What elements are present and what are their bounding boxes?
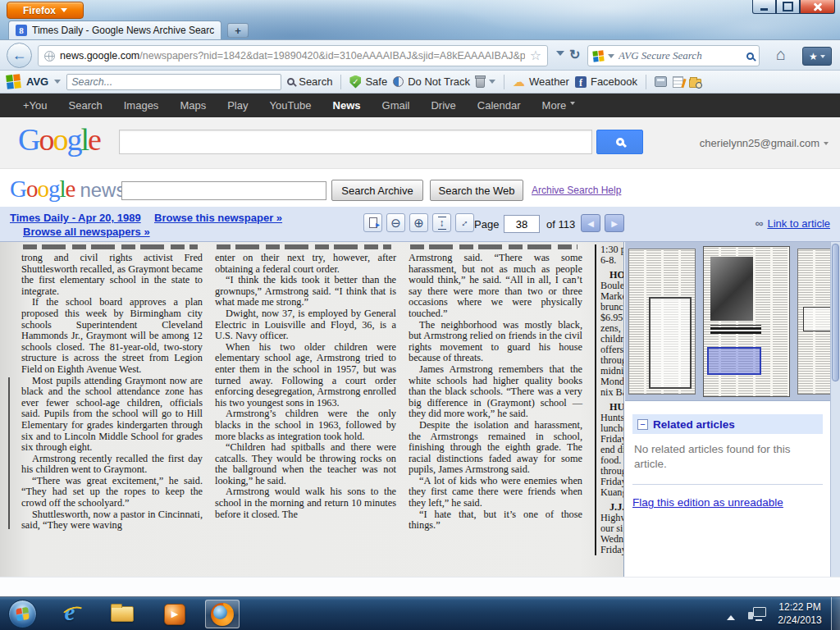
google-nav-item[interactable]: Gmail: [382, 99, 410, 112]
avg-facebook-button[interactable]: f Facebook: [575, 75, 637, 88]
star-icon: ★: [809, 51, 818, 62]
firefox-menu-button[interactable]: Firefox: [7, 2, 84, 19]
sidebar-scrollbar[interactable]: [830, 242, 840, 577]
avg-secure-search-box[interactable]: [587, 45, 760, 66]
article-paragraph: Armstrong would walk his sons to the sch…: [215, 486, 396, 520]
zoom-out-icon[interactable]: ⊖: [386, 213, 405, 232]
back-button[interactable]: ←: [7, 43, 32, 68]
bookmark-star-icon[interactable]: ☆: [530, 49, 541, 62]
page-number-input[interactable]: [504, 215, 540, 233]
avg-toolbar-search-input[interactable]: [66, 74, 281, 90]
google-logo-letter: o: [37, 176, 48, 202]
chevron-down-icon[interactable]: [54, 80, 61, 87]
search-web-button[interactable]: Search the Web: [430, 180, 523, 201]
archive-search-help-link[interactable]: Archive Search Help: [532, 185, 621, 196]
avg-search-button[interactable]: Search: [287, 75, 332, 88]
article-columns: trong and civil rights activist Fred Shu…: [21, 244, 623, 555]
viewer-icons: ▸ ⊖ ⊕ ↕ ↕: [363, 213, 474, 232]
next-page-button[interactable]: ▶: [605, 214, 624, 232]
article-paragraph: Most pupils attending Graymont now are b…: [21, 376, 203, 454]
taskbar-firefox-icon-active[interactable]: [205, 600, 240, 628]
google-search-input[interactable]: [119, 130, 592, 154]
google-nav-item[interactable]: Maps: [180, 99, 206, 112]
browse-all-newspapers-link[interactable]: Browse all newspapers »: [23, 226, 150, 238]
weather-cloud-icon: ☁: [513, 75, 525, 88]
collapse-icon[interactable]: −: [637, 419, 648, 430]
avg-weather-button[interactable]: ☁ Weather: [513, 75, 569, 88]
navigation-toolbar: ← news.google.com/newspapers?nid=1842&da…: [0, 39, 840, 71]
page-thumbnail-left[interactable]: [628, 249, 696, 395]
flag-edition-link[interactable]: Flag this edition as unreadable: [632, 496, 783, 509]
avg-dnt-label: Do Not Track: [408, 75, 470, 88]
search-icon[interactable]: [746, 52, 754, 60]
export-page-icon[interactable]: ▸: [363, 213, 382, 232]
taskbar-clock[interactable]: 12:22 PM 2/24/2013: [769, 600, 830, 627]
url-bar[interactable]: news.google.com/newspapers?nid=1842&dat=…: [38, 45, 548, 66]
page-thumbnail-right[interactable]: [797, 249, 833, 395]
search-archive-button[interactable]: Search Archive: [331, 180, 423, 201]
google-logo-letter: o: [52, 122, 66, 157]
restore-button[interactable]: [776, 0, 800, 14]
fit-height-icon[interactable]: ↕: [432, 213, 451, 232]
google-nav-item[interactable]: +You: [23, 99, 48, 112]
network-tray-icon[interactable]: [748, 607, 766, 621]
show-desktop-button[interactable]: [831, 597, 840, 630]
avg-trash-button[interactable]: [476, 75, 495, 88]
chevron-down-icon[interactable]: [608, 54, 614, 62]
article-paragraph: enter on their next try, however, after …: [215, 253, 396, 275]
taskbar-explorer-folder-icon[interactable]: [105, 600, 139, 628]
google-nav-item[interactable]: Drive: [431, 99, 455, 112]
scan-edge-line: [8, 377, 10, 529]
google-nav-item[interactable]: More: [542, 99, 576, 112]
google-nav-item[interactable]: Images: [124, 99, 159, 112]
avg-logo-icon[interactable]: [6, 74, 21, 89]
browse-this-newspaper-link[interactable]: Browse this newspaper »: [154, 212, 282, 224]
google-nav-item[interactable]: Play: [227, 99, 248, 112]
archive-search-input[interactable]: [121, 181, 326, 200]
home-icon[interactable]: ⌂: [776, 46, 786, 62]
related-articles-panel: − Related articles No related articles f…: [632, 414, 823, 509]
google-nav-item[interactable]: YouTube: [269, 99, 311, 112]
urlbar-dropdown-icon[interactable]: [556, 51, 564, 60]
shield-icon: ✓: [349, 75, 361, 89]
google-nav-item[interactable]: Calendar: [477, 99, 521, 112]
browser-tab[interactable]: 8 Times Daily - Google News Archive Sear…: [8, 21, 221, 39]
folder-search-icon[interactable]: [689, 79, 701, 88]
fit-screen-icon[interactable]: ↕: [455, 213, 474, 232]
google-logo-letter: e: [88, 122, 100, 157]
taskbar-media-player-icon[interactable]: ▶: [158, 600, 192, 628]
avg-safe-button[interactable]: ✓ Safe: [349, 75, 387, 89]
page-thumbnail-current[interactable]: [703, 246, 790, 397]
cropped-text-line: [23, 244, 198, 249]
scrollbar-thumb[interactable]: [832, 244, 839, 381]
calculator-icon[interactable]: [655, 76, 667, 87]
facebook-icon: f: [575, 76, 587, 88]
google-nav-item[interactable]: News: [333, 99, 361, 112]
viewer-toolbar: Times Daily - Apr 20, 1989 Browse this n…: [0, 207, 840, 242]
google-logo-letter: o: [39, 122, 52, 157]
newspaper-scan[interactable]: trong and civil rights activist Fred Shu…: [0, 242, 623, 577]
article-column-4-clipped: 1:30 p.m., a6-8.HOLIDAYBoulevard,Market …: [595, 244, 623, 555]
avg-search-input[interactable]: [619, 49, 742, 62]
account-email[interactable]: cherielynn25@gmail.com: [700, 137, 829, 149]
reload-icon[interactable]: ↻: [569, 47, 580, 62]
taskbar-internet-explorer-icon[interactable]: e: [52, 600, 87, 628]
notepad-icon[interactable]: [673, 76, 683, 88]
google-nav-item[interactable]: Search: [69, 99, 103, 112]
new-tab-button[interactable]: +: [227, 23, 249, 38]
article-paragraph: When his two older children were element…: [215, 342, 396, 409]
minimize-button[interactable]: [752, 0, 776, 14]
zoom-in-icon[interactable]: ⊕: [409, 213, 428, 232]
avg-do-not-track-button[interactable]: Do Not Track: [393, 75, 470, 88]
avg-weather-label: Weather: [529, 75, 569, 88]
show-hidden-icons-button[interactable]: [727, 611, 735, 620]
close-button[interactable]: [800, 0, 835, 14]
bookmarks-button[interactable]: ★: [802, 47, 832, 66]
link-to-article-link[interactable]: ∞Link to article: [755, 217, 830, 230]
page-bottom-strip: [0, 577, 840, 596]
start-button[interactable]: [8, 600, 37, 628]
avg-logo-icon: [592, 50, 604, 62]
edition-link[interactable]: Times Daily - Apr 20, 1989: [10, 212, 141, 224]
google-search-button[interactable]: [596, 130, 643, 154]
previous-page-button[interactable]: ◀: [581, 214, 600, 232]
